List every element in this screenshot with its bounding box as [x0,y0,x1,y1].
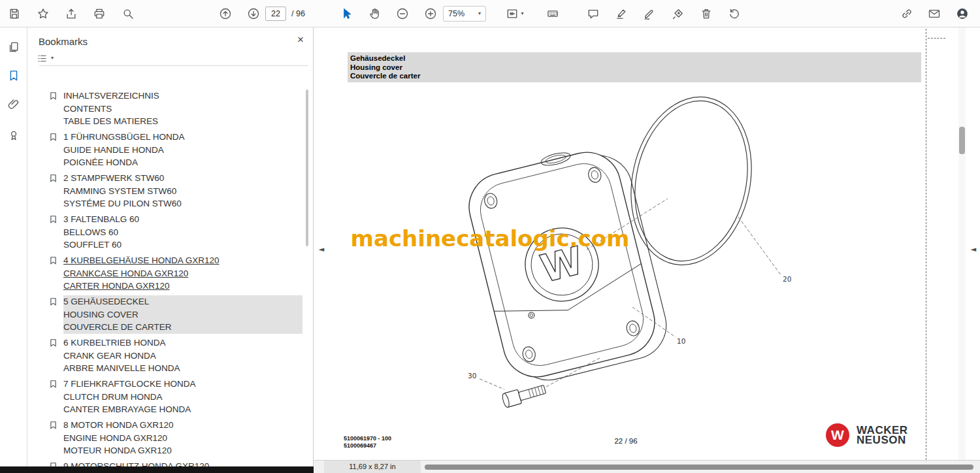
highlighter-icon [615,7,628,20]
sign-button[interactable] [668,3,689,24]
bookmark-line: 7 FLIEHKRAFTGLOCKE HONDA [63,378,302,391]
bookmark-item[interactable]: 7 FLIEHKRAFTGLOCKE HONDACLUTCH DRUM HOND… [49,378,313,416]
vertical-scrollbar-track[interactable] [958,27,966,460]
bookmark-line: ENGINE HONDA GXR120 [63,432,302,445]
account-button[interactable] [952,3,973,24]
bookmark-line: BELLOWS 60 [63,226,302,239]
bookmarks-panel: Bookmarks × ▾ INHALTSVERZEICHNISCONTENTS… [27,27,314,473]
bookmark-icon [7,69,20,82]
bookmark-flag-icon [49,295,57,334]
close-panel-button[interactable]: × [297,33,304,46]
bookmark-line: 8 MOTOR HONDA GXR120 [63,419,302,432]
horizontal-scrollbar-thumb[interactable] [425,465,973,470]
bookmarks-panel-button[interactable] [3,65,24,86]
bookmark-line: CONTENTS [63,103,302,116]
taskbar-strip [0,466,314,473]
fit-page-button[interactable]: ▾ [500,3,530,24]
page-title-de: Gehäusedeckel [350,54,921,63]
next-page-button[interactable] [243,3,264,24]
chevron-down-icon: ▾ [521,11,523,16]
pdf-viewer-app: / 96 75% ▾ ▾ [0,0,980,473]
document-number-2: 5100069467 [344,442,391,449]
upload-icon [65,7,78,20]
hand-icon [368,7,381,20]
marquee-zoom-button[interactable] [118,3,139,24]
bookmark-item[interactable]: 3 FALTENBALG 60BELLOWS 60SOUFFLET 60 [49,213,313,252]
minus-circle-icon [396,7,409,20]
app-body: Bookmarks × ▾ INHALTSVERZEICHNISCONTENTS… [0,27,980,473]
bookmark-line: MOTEUR HONDA GXR120 [63,444,302,457]
zoom-out-button[interactable] [392,3,413,24]
collapse-left-icon: ◄ [319,245,324,253]
bookmark-line: POIGNÉE HONDA [63,156,302,169]
bookmark-line: CANTER EMBRAYAGE HONDA [63,403,302,416]
bookmark-line: CLUTCH DRUM HONDA [63,391,302,404]
previous-page-button[interactable] [215,3,236,24]
typewriter-button[interactable] [542,3,563,24]
link-icon [900,7,913,20]
part-label-30: 30 [468,372,476,380]
zoom-level-select[interactable]: 75% ▾ [443,6,486,22]
page-title-fr: Couvercle de carter [350,72,921,81]
email-button[interactable] [924,3,945,24]
bookmark-item[interactable]: 6 KURBELTRIEB HONDACRANK GEAR HONDAARBRE… [49,336,313,375]
watermark-text: machinecatalogic.com [351,225,630,252]
magnifier-icon [122,7,135,20]
certificate-seal-icon [7,129,20,142]
bookmark-line: SOUFFLET 60 [63,238,302,252]
undo-button[interactable] [724,3,745,24]
navigation-rail [0,27,27,473]
document-number-1: 5100061970 - 100 [344,435,391,442]
save-button[interactable] [4,3,25,24]
bookmark-item[interactable]: 2 STAMPFWERK STW60RAMMING SYSTEM STW60SY… [49,172,313,210]
panel-divider [39,65,308,66]
attachments-panel-button[interactable] [3,94,24,115]
bookmark-flag-icon [49,90,57,128]
page-dimensions-label: 11,69 x 8,27 in [324,461,421,473]
bookmark-item[interactable]: 8 MOTOR HONDA GXR120ENGINE HONDA GXR120M… [49,419,313,457]
account-icon [956,7,969,20]
bookmark-item[interactable]: 4 KURBELGEHÄUSE HONDA GXR120CRANKCASE HO… [49,254,313,293]
brand-logo-text: WACKER NEUSON [857,425,908,446]
bolt-drawing [501,382,547,408]
delete-button[interactable] [696,3,717,24]
bookmark-line: 2 STAMPFWERK STW60 [63,172,302,185]
signatures-panel-button[interactable] [3,125,24,146]
highlight-button[interactable] [611,3,632,24]
bookmark-item[interactable]: INHALTSVERZEICHNISCONTENTSTABLE DES MATI… [49,90,313,128]
bookmark-line: GUIDE HANDLE HONDA [63,144,302,157]
favorites-button[interactable] [33,3,54,24]
vertical-scrollbar-thumb[interactable] [959,127,965,154]
bookmark-options-button[interactable]: ▾ [37,51,54,65]
pencil-icon [643,7,656,20]
trash-icon [700,7,713,20]
bookmark-list: INHALTSVERZEICHNISCONTENTSTABLE DES MATI… [27,90,313,473]
bookmark-line: 5 GEHÄUSEDECKEL [63,295,302,308]
panel-scrollbar[interactable] [306,90,308,246]
document-numbers: 5100061970 - 100 5100069467 [344,435,391,449]
bookmark-line: INHALTSVERZEICHNIS [63,90,302,103]
bookmark-label: 3 FALTENBALG 60BELLOWS 60SOUFFLET 60 [63,213,302,252]
draw-button[interactable] [639,3,660,24]
open-right-panel-button[interactable]: ◄ [968,243,979,256]
zoom-in-button[interactable] [420,3,441,24]
page-number-input[interactable] [265,7,286,21]
bookmark-line: 6 KURBELTRIEB HONDA [63,336,302,350]
zoom-level-value: 75% [448,9,465,18]
bookmark-item[interactable]: 1 FÜHRUNGSBÜGEL HONDAGUIDE HANDLE HONDAP… [49,131,313,169]
share-button[interactable] [61,3,82,24]
page-thumbnails-button[interactable] [3,37,24,57]
comment-icon [587,7,600,20]
link-button[interactable] [896,3,917,24]
select-tool-button[interactable] [336,3,357,24]
bookmark-item[interactable]: 5 GEHÄUSEDECKELHOUSING COVERCOUVERCLE DE… [49,295,313,334]
print-button[interactable] [89,3,110,24]
bookmark-line: HOUSING COVER [63,308,302,321]
bookmark-label: 2 STAMPFWERK STW60RAMMING SYSTEM STW60SY… [63,172,302,210]
bookmark-line: SYSTÉME DU PILON STW60 [63,197,302,210]
bookmark-label: 1 FÜHRUNGSBÜGEL HONDAGUIDE HANDLE HONDAP… [63,131,302,169]
hand-tool-button[interactable] [364,3,385,24]
collapse-panel-button[interactable]: ◄ [316,243,327,256]
comment-button[interactable] [583,3,604,24]
part-label-20: 20 [783,275,791,283]
